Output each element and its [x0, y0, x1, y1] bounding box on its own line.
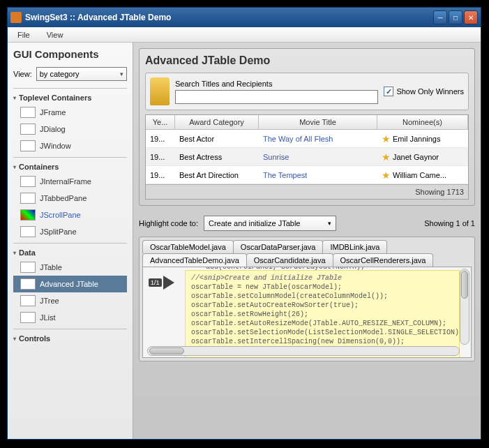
- tab-oscarcellrenderers[interactable]: OscarCellRenderers.java: [333, 253, 434, 267]
- highlight-label: Highlight code to:: [139, 219, 198, 227]
- window-icon: [20, 140, 36, 151]
- section-controls[interactable]: Controls: [13, 332, 127, 345]
- view-combo[interactable]: by category: [36, 67, 127, 81]
- maximize-button[interactable]: □: [449, 10, 462, 24]
- minimize-button[interactable]: ─: [433, 10, 447, 24]
- splitpane-icon: [20, 226, 36, 237]
- show-winners-checkbox[interactable]: ✓: [384, 87, 393, 96]
- demo-title: Advanced JTable Demo: [145, 54, 469, 67]
- tree-item-jscrollpane[interactable]: JScrollPane: [13, 207, 127, 223]
- table-status: Showing 1713: [146, 184, 468, 199]
- tree-item-jtable[interactable]: JTable: [13, 259, 127, 276]
- tab-oscartablemodel[interactable]: OscarTableModel.java: [142, 240, 234, 253]
- col-year[interactable]: Ye...: [146, 115, 175, 129]
- tree-item-jframe[interactable]: JFrame: [13, 104, 127, 121]
- tab-oscarcandidate[interactable]: OscarCandidate.java: [246, 253, 333, 267]
- search-input[interactable]: [175, 90, 378, 104]
- titlebar[interactable]: SwingSet3 :: Advanced JTable Demo ─ □ ✕: [8, 8, 481, 27]
- sidebar: GUI Components View: by category Topleve…: [8, 43, 133, 439]
- match-badge: 1/1: [149, 278, 162, 287]
- code-area: add(controlPanel, BorderLayout.NORTH); 1…: [142, 267, 472, 358]
- section-containers[interactable]: Containers: [13, 160, 127, 173]
- tab-oscardataparser[interactable]: OscarDataParser.java: [233, 240, 324, 253]
- table-row[interactable]: 19... Best Actor The Way of All Flesh ★E…: [146, 130, 468, 148]
- advtable-icon: [20, 278, 36, 290]
- internalframe-icon: [20, 176, 36, 187]
- tree-item-jsplitpane[interactable]: JSplitPane: [13, 223, 127, 240]
- star-icon: ★: [382, 170, 391, 181]
- dialog-icon: [20, 124, 36, 135]
- tree-item-jdialog[interactable]: JDialog: [13, 121, 127, 137]
- app-window: SwingSet3 :: Advanced JTable Demo ─ □ ✕ …: [7, 7, 481, 440]
- menu-file[interactable]: File: [13, 29, 34, 40]
- demo-panel: Advanced JTable Demo Search Titles and R…: [139, 48, 475, 206]
- table-row[interactable]: 19... Best Actress Sunrise ★Janet Gaynor: [146, 148, 468, 166]
- tab-advancedtabledemo[interactable]: AdvancedTableDemo.java: [142, 253, 247, 267]
- sidebar-title: GUI Components: [13, 48, 127, 60]
- scrollpane-icon: [20, 209, 36, 221]
- section-data[interactable]: Data: [13, 246, 127, 259]
- tree-item-jinternalframe[interactable]: JInternalFrame: [13, 173, 127, 190]
- code-scrollbar-horizontal[interactable]: [147, 346, 460, 356]
- table-row[interactable]: 19... Best Art Direction The Tempest ★Wi…: [146, 166, 468, 184]
- source-tabs-panel: OscarTableModel.java OscarDataParser.jav…: [139, 237, 475, 361]
- table-body: 19... Best Actor The Way of All Flesh ★E…: [146, 130, 468, 184]
- menu-view[interactable]: View: [43, 29, 68, 40]
- window-title: SwingSet3 :: Advanced JTable Demo: [25, 13, 433, 22]
- tabbedpane-icon: [20, 193, 36, 204]
- tab-imdblink[interactable]: IMDBLink.java: [322, 240, 387, 253]
- menubar: File View: [8, 27, 481, 43]
- highlight-combo[interactable]: Create and initialize JTable: [204, 216, 336, 231]
- list-icon: [20, 312, 36, 323]
- frame-icon: [20, 107, 36, 118]
- search-label: Search Titles and Recipients: [175, 80, 378, 88]
- show-winners-label: Show Only Winners: [396, 87, 464, 96]
- results-table: Ye... Award Category Movie Title Nominee…: [145, 114, 469, 200]
- arrow-icon: [163, 276, 174, 290]
- tree-item-jlist[interactable]: JList: [13, 309, 127, 326]
- app-icon: [10, 12, 22, 23]
- code-arrow: 1/1: [149, 276, 174, 290]
- table-icon: [20, 262, 36, 273]
- main-panel: Advanced JTable Demo Search Titles and R…: [133, 43, 481, 439]
- highlight-status: Showing 1 of 1: [424, 219, 475, 227]
- col-nominee[interactable]: Nominee(s): [377, 115, 468, 129]
- star-icon: ★: [382, 133, 391, 144]
- tree-item-jtree[interactable]: JTree: [13, 292, 127, 309]
- tree-item-advanced-jtable[interactable]: Advanced JTable: [13, 276, 127, 292]
- col-category[interactable]: Award Category: [175, 115, 259, 129]
- oscar-icon: [150, 77, 170, 105]
- col-title[interactable]: Movie Title: [259, 115, 377, 129]
- close-button[interactable]: ✕: [464, 10, 478, 24]
- tree-item-jtabbedpane[interactable]: JTabbedPane: [13, 190, 127, 207]
- tree-icon: [20, 295, 36, 306]
- search-area: Search Titles and Recipients ✓ Show Only…: [145, 73, 469, 110]
- code-scrollbar-vertical[interactable]: [460, 269, 469, 345]
- star-icon: ★: [382, 151, 391, 163]
- section-toplevel-containers[interactable]: Toplevel Containers: [13, 91, 127, 104]
- code-highlight[interactable]: //<snip>Create and initialize JTable osc…: [185, 270, 460, 358]
- view-label: View:: [13, 70, 32, 78]
- tree-item-jwindow[interactable]: JWindow: [13, 137, 127, 154]
